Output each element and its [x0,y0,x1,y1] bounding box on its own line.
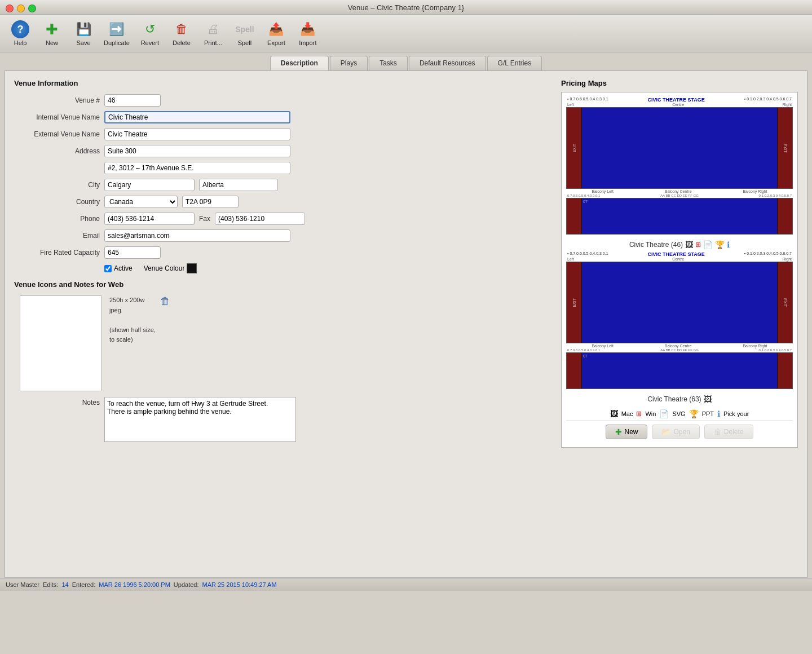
map-new-button[interactable]: ✚ New [606,425,647,439]
notes-label: Notes [14,397,104,406]
map1-balcony-labels: Balcony Left Balcony Centre Balcony Righ… [566,189,793,194]
fax-label: Fax [195,215,215,223]
map-new-label: New [624,428,638,436]
duplicate-icon: ➡️ [108,20,126,38]
notes-textarea[interactable]: To reach the venue, turn off Hwy 3 at Ge… [104,397,296,442]
map-delete-icon: 🗑 [714,427,722,436]
tabs: Description Plays Tasks Default Resource… [0,52,812,70]
export-button[interactable]: 📤 Export [262,18,291,48]
active-checkbox[interactable] [104,265,112,272]
postal-input[interactable] [182,196,239,208]
maximize-button[interactable] [28,5,36,12]
import-button[interactable]: 📥 Import [293,18,323,48]
venue-number-row: Venue # [14,94,552,107]
map2-balcony-area: 07 [566,352,793,389]
province-input[interactable] [199,179,278,191]
map2-balcony-labels: Balcony Left Balcony Centre Balcony Righ… [566,343,793,348]
map1-balcony-center: 07 [582,198,777,234]
duplicate-label: Duplicate [104,39,130,46]
main-content: Venue Information Venue # Internal Venue… [5,70,807,578]
email-label: Email [14,232,104,240]
import-label: Import [299,39,316,46]
mac-icon: 🖼 [610,409,618,418]
web-section: Venue Icons and Notes for Web 250h x 200… [14,280,552,442]
user-label: User Master [6,581,39,588]
revert-button[interactable]: ↺ Revert [135,18,165,48]
mac-label: Mac [621,410,633,417]
spell-button[interactable]: Spell Spell [230,18,259,48]
help-button[interactable]: ? Help [6,18,35,48]
spell-icon: Spell [236,20,254,38]
tab-gl-entries[interactable]: G/L Entries [487,56,542,70]
map1-section-labels: Left Centre Right [566,103,793,107]
updated-label: Updated: [174,581,199,588]
updated-date: MAR 25 2015 10:49:27 AM [202,581,277,588]
address2-input[interactable] [104,162,290,174]
map1-extra-icon: 🏆 [715,240,725,249]
spell-label: Spell [238,39,251,46]
ppt-icon: 🏆 [689,409,699,418]
seating-map-1: ▪ 0.7.0.6.0.5.0.4.0.3.0.1 CIVIC THEATRE … [566,97,793,235]
delete-button[interactable]: 🗑 Delete [167,18,196,48]
import-icon: 📥 [299,20,317,38]
internal-venue-name-input[interactable] [104,111,290,123]
duplicate-button[interactable]: ➡️ Duplicate [100,18,133,48]
map1-right-section: EXIT [778,108,792,188]
fire-rated-input[interactable] [104,246,161,259]
window-controls[interactable] [6,5,36,12]
title-bar: Venue – Civic Theatre {Company 1} [0,0,812,15]
country-select[interactable]: Canada USA [104,196,178,208]
map-open-icon: 📂 [661,427,671,436]
print-icon: 🖨 [204,20,222,38]
status-bar: User Master Edits: 14 Entered: MAR 26 19… [0,578,812,591]
fire-rated-row: Fire Rated Capacity [14,246,552,259]
venue-colour-swatch[interactable] [187,263,197,273]
map1-top-numbers: ▪ 0.7.0.6.0.5.0.4.0.3.0.1 CIVIC THEATRE … [566,97,793,103]
tab-default-resources[interactable]: Default Resources [409,56,486,70]
external-venue-name-input[interactable] [104,128,290,140]
active-label: Active [114,264,133,272]
close-button[interactable] [6,5,14,12]
phone-label: Phone [14,215,104,223]
tab-tasks[interactable]: Tasks [369,56,408,70]
notes-section: Notes To reach the venue, turn off Hwy 3… [14,397,552,442]
venue-number-input[interactable] [104,94,161,107]
entered-label: Entered: [72,581,96,588]
map-open-button[interactable]: 📂 Open [652,425,699,439]
fire-rated-label: Fire Rated Capacity [14,249,104,257]
map1-center-section [582,108,777,188]
pick-icon: ℹ [717,409,720,418]
fax-input[interactable] [215,213,305,225]
map2-right-section: EXIT [778,262,792,343]
map1-win-icon: ⊞ [695,241,701,249]
venue-number-label: Venue # [14,96,104,104]
map2-balcony-right [778,353,792,388]
tab-plays[interactable]: Plays [330,56,368,70]
map1-left-section: EXIT [567,108,581,188]
map1-balcony-numbers: 0.7.0.6.0.5.0.4.0.3.0.1 AA BB CC DD EE F… [566,194,793,197]
map1-info-icon: ℹ [727,240,730,249]
map1-file-icon: 📄 [703,240,713,249]
new-button[interactable]: ✚ New [37,18,67,48]
print-button[interactable]: 🖨 Print... [198,18,228,48]
city-input[interactable] [104,179,195,191]
map1-balcony-area: 07 [566,198,793,235]
map2-balcony-left [567,353,581,388]
upload-icon[interactable]: 🗑 [160,295,170,307]
email-input[interactable] [104,229,290,242]
minimize-button[interactable] [17,5,25,12]
phone-row: Phone Fax [14,213,552,225]
phone-input[interactable] [104,213,195,225]
map1-stage-area: EXIT EXIT [566,107,793,189]
address1-input[interactable] [104,145,290,157]
save-icon: 💾 [74,20,92,38]
map-delete-button[interactable]: 🗑 Delete [704,425,753,439]
web-content: 250h x 200w jpeg (shown half size, to sc… [20,295,552,391]
map2-center-section [582,262,777,343]
pricing-maps-box: ▪ 0.7.0.6.0.5.0.4.0.3.0.1 CIVIC THEATRE … [561,92,798,448]
city-label: City [14,181,104,189]
tab-description[interactable]: Description [270,56,329,70]
new-label: New [46,39,58,46]
save-button[interactable]: 💾 Save [69,18,98,48]
map2-stage-area: EXIT EXIT [566,262,793,343]
